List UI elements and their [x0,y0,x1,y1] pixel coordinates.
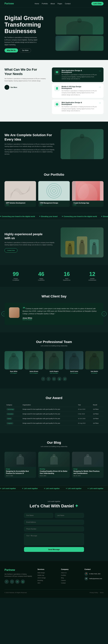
cta-ticker-text-3: Let's work together [46,488,60,489]
footer-social-li[interactable]: in [15,580,19,584]
portfolio-item-1[interactable]: ERP Solution Development Case [4,181,36,207]
awards-row-3-result: 1st Place [91,416,104,421]
service-card-2[interactable]: Mobile & iOS App DesignDevelopment We Pa… [52,84,104,98]
blog-card-1[interactable]: Design Designing for Accessibility Best … [4,452,36,478]
svg-point-12 [77,182,89,200]
contact-email-input[interactable] [24,520,84,525]
footer-location-icon: 📍 [85,572,88,576]
blog-post-title-1: Designing for Accessibility Best Practic… [6,470,34,474]
ticker-item-1: Connecting your brand to the digital wor… [0,216,35,217]
footer-link-portfolio[interactable]: Portfolio [61,574,80,576]
footer-link-uiux[interactable]: UI/UX Design [37,577,57,578]
nav-portfolio[interactable]: Portfolio [42,3,48,4]
service-card-desc-2: We PartNew is specializes in helping bus… [62,90,97,96]
testimonial-next-button[interactable]: › [102,312,107,316]
cta-ticker-text-1: Let's work together [2,488,16,489]
experience-right-col [61,228,104,258]
hero-title: Digital GrowthTransformingBusinesses [4,15,52,34]
social-instagram-icon[interactable]: ig [57,377,62,381]
stat-label-2: HappyCustomers [30,278,52,281]
awards-row-1: Technology Design award for best applica… [4,407,104,412]
footer-link-web-design[interactable]: Web Design [37,572,57,574]
footer-top: Partnew We PartNew is specializes in hel… [4,568,104,585]
team-member-name-2: James Brown [25,370,43,372]
footer-copyright: © 2023 Partnew. All Rights Reserved. [4,592,27,593]
nav-about[interactable]: About [51,3,55,4]
team-member-name-1: Ryan White [4,370,23,372]
social-linkedin-icon[interactable]: in [52,377,56,381]
ticker-text-1: Connecting your brand to the digital wor… [2,216,35,217]
team-member-role-3: Web Developer [45,372,63,374]
footer-link-contact[interactable]: Contact [61,582,80,584]
footer-social-tw[interactable]: t [10,580,14,584]
nav-home[interactable]: Home [35,3,39,4]
nav-pages[interactable]: Pages [57,3,62,4]
services-more-btn[interactable]: → See More [4,85,47,90]
social-facebook-icon[interactable]: f [41,377,45,381]
contact-lastname-input[interactable] [55,513,84,518]
footer-link-seo[interactable]: SEO [37,582,57,584]
testimonial-section: What Client Say ‹ "Contrary to popular b… [0,287,108,332]
footer-privacy-link[interactable]: Privacy Policy [90,592,98,593]
contact-phone-input[interactable] [24,526,84,532]
blog-grid: Design Designing for Accessibility Best … [4,452,104,478]
blog-post-date-2: Feb 8, 2023 [40,475,68,476]
brand-logo[interactable]: Partnew [4,2,14,5]
awards-row-4-result: 1st Place [91,421,104,426]
blog-card-2[interactable]: Branding Creating Empathy-Driven UX for … [38,452,70,478]
awards-row-2-year: 6 Mar 2019 [76,412,91,416]
social-youtube-icon[interactable]: yt [63,377,67,381]
about-title: We Are Complete Solution ForEvery Idea [4,133,56,142]
blog-title: Our Blog [4,441,104,444]
footer-location-text: In New York, USA [89,573,101,574]
contact-message-input[interactable] [24,533,84,545]
hero-buttons: What We Do Our Work [4,48,52,52]
footer-social-fb[interactable]: f [4,580,9,584]
footer-link-branding[interactable]: Branding [37,580,57,581]
svg-point-8 [51,188,57,194]
portfolio-item-2[interactable]: CRM Management Design Case [38,181,70,207]
hero-primary-button[interactable]: What We Do [4,48,18,52]
footer-link-about[interactable]: About Us [61,572,80,574]
cta-ticker-inner: ✦ Let's work together ✦ Let's work toget… [0,488,108,489]
experience-desc: We PartNew is specializes in helping bus… [4,242,56,246]
social-twitter-icon[interactable]: t [46,377,51,381]
cta-ticker-text-2: Let's work together [24,488,38,489]
services-section: What Can We Do ForYour Needs We PartNew … [0,60,108,122]
contact-form-name-row [24,513,84,518]
blog-card-3[interactable]: Design Designing for Mobile: Best Practi… [72,452,104,478]
footer-link-blog[interactable]: Blog [61,577,80,578]
service-icon-2 [54,86,60,91]
portfolio-thumb-3 [72,181,104,201]
testimonial-quote: "Contrary to popular belief, Lorem ipsum… [22,307,99,315]
awards-row-3-org: Design award for best application with g… [21,416,76,421]
awards-row-4: Graphics Design award for best applicati… [4,421,104,426]
experience-title: Highly experienced peoplewith us [4,232,56,240]
testimonial-avatar [9,307,19,318]
contact-send-button[interactable]: Send Message [24,547,84,552]
hero-main-placeholder [56,16,104,34]
cta-ticker-item-2: ✦ Let's work together [22,488,38,489]
cta-ticker-bar: ✦ Let's work together ✦ Let's work toget… [0,486,108,492]
footer-link-careers[interactable]: Careers [61,580,80,581]
portfolio-item-3[interactable]: Crypto Exchange App Case [72,181,104,207]
footer-link-mobile[interactable]: Mobile App [37,574,57,576]
footer-terms-link[interactable]: Terms [100,592,104,593]
hero-secondary-button[interactable]: Our Work [19,48,31,52]
ticker-text-4: Elevating your brand [103,216,108,217]
service-card-1[interactable]: Web Application Design &Development We P… [52,68,104,82]
footer-social-icons: f t in ig [4,580,33,584]
stat-number-3: 16 [56,271,78,277]
awards-row-1-cat: Technology [4,407,21,412]
contact-firstname-input[interactable] [24,513,53,518]
awards-col-org: Organization [21,403,76,407]
service-card-3[interactable]: Web Application Design &Development We P… [52,100,104,114]
cta-ticker-item-5: ✦ Let's work together [88,488,103,489]
stat-item-1: 99 ProjectCompleted [4,271,27,281]
nav-contact[interactable]: Contact [65,3,71,4]
services-left-col: What Can We Do ForYour Needs We PartNew … [4,68,47,114]
footer-social-ig[interactable]: ig [21,580,25,584]
experience-cta-button[interactable]: Contact Now [4,248,17,252]
footer-location-label: In New York, USA [89,573,101,574]
navbar-cta-button[interactable]: Let's Chat [91,2,104,6]
